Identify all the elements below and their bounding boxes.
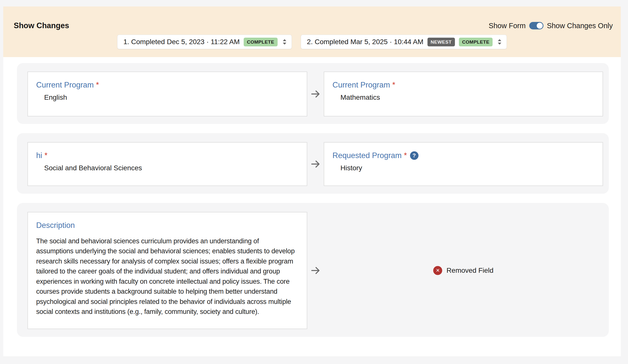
select-arrows-icon	[497, 38, 502, 45]
submission-selector-1-label: 1. Completed Dec 5, 2023 · 11:22 AM	[123, 38, 240, 46]
status-badge-newest: NEWEST	[427, 38, 455, 46]
field-label-text: Description	[36, 221, 75, 230]
field-description-text: The social and behavioral sciences curri…	[36, 236, 297, 317]
submission-selector-2[interactable]: 2. Completed Mar 5, 2025 · 10:44 AM NEWE…	[301, 35, 507, 49]
change-arrow-cell	[307, 265, 324, 276]
required-asterisk: *	[404, 151, 407, 160]
status-badge-complete: COMPLETE	[459, 38, 493, 46]
comparison-row-description: Description The social and behavioral sc…	[17, 203, 609, 337]
field-label: hi *	[36, 151, 297, 160]
removed-x-icon: ✕	[433, 266, 442, 275]
field-label-text: Requested Program	[332, 151, 402, 160]
required-asterisk: *	[44, 151, 47, 160]
field-card-old: Current Program * English	[27, 72, 307, 116]
field-value: Social and Behavioral Sciences	[44, 164, 297, 172]
change-arrow-cell	[307, 159, 324, 170]
field-value: History	[340, 164, 593, 172]
toggle-label-show-form: Show Form	[489, 22, 525, 30]
show-changes-panel: Show Changes Show Form Show Changes Only…	[3, 6, 621, 356]
comparison-row-requested-program: hi * Social and Behavioral Sciences Requ…	[17, 133, 609, 194]
select-arrows-icon	[282, 38, 287, 45]
page-title: Show Changes	[14, 21, 69, 30]
submission-selector-2-label: 2. Completed Mar 5, 2025 · 10:44 AM	[307, 38, 423, 46]
required-asterisk: *	[392, 80, 395, 90]
comparison-content: Current Program * English Current Progra…	[3, 57, 621, 337]
arrow-right-icon	[310, 265, 321, 276]
submission-selectors: 1. Completed Dec 5, 2023 · 11:22 AM COMP…	[3, 35, 621, 49]
show-changes-only-toggle[interactable]	[529, 22, 543, 29]
comparison-row-current-program: Current Program * English Current Progra…	[17, 63, 609, 124]
submission-selector-1[interactable]: 1. Completed Dec 5, 2023 · 11:22 AM COMP…	[117, 35, 292, 49]
field-label: Current Program *	[36, 80, 297, 90]
arrow-right-icon	[310, 89, 321, 99]
required-asterisk: *	[96, 80, 99, 90]
toggle-label-show-changes-only: Show Changes Only	[547, 22, 613, 30]
header-band: Show Changes Show Form Show Changes Only…	[3, 6, 621, 57]
change-arrow-cell	[307, 89, 324, 99]
toggle-knob-icon	[537, 23, 543, 29]
field-card-new: Requested Program * ? History	[324, 142, 603, 186]
view-toggle-group: Show Form Show Changes Only	[489, 21, 613, 30]
field-value: English	[44, 94, 297, 101]
field-card-new: Current Program * Mathematics	[324, 72, 603, 116]
help-icon[interactable]: ?	[410, 151, 419, 160]
removed-field-indicator: ✕ Removed Field	[324, 266, 603, 275]
field-value: Mathematics	[340, 94, 593, 101]
field-card-old: Description The social and behavioral sc…	[27, 212, 307, 329]
field-label-text: hi	[36, 151, 42, 160]
field-label: Requested Program * ?	[332, 151, 593, 160]
removed-field-label: Removed Field	[446, 267, 493, 274]
field-label: Description	[36, 221, 297, 230]
status-badge-complete: COMPLETE	[244, 38, 278, 46]
field-label-text: Current Program	[332, 80, 390, 90]
field-card-old: hi * Social and Behavioral Sciences	[27, 142, 307, 186]
field-label-text: Current Program	[36, 80, 94, 90]
arrow-right-icon	[310, 159, 321, 170]
field-label: Current Program *	[332, 80, 593, 90]
